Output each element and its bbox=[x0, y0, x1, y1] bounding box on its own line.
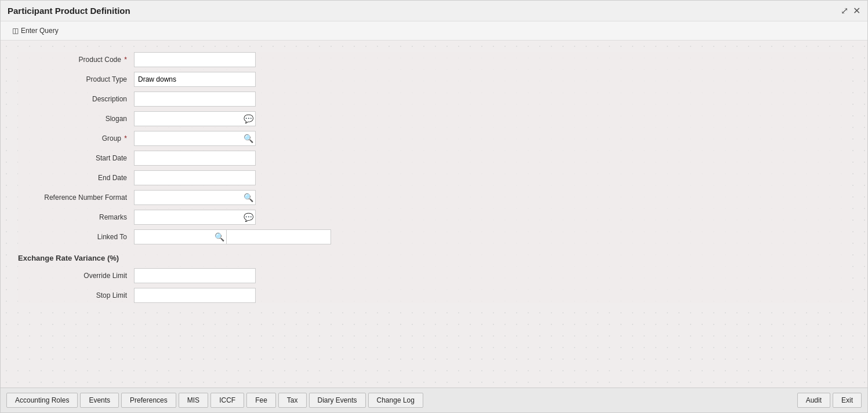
group-required: * bbox=[124, 134, 127, 142]
mis-button[interactable]: MIS bbox=[179, 393, 208, 408]
close-icon[interactable]: ✕ bbox=[853, 5, 860, 16]
preferences-button[interactable]: Preferences bbox=[121, 393, 176, 408]
start-date-input[interactable] bbox=[134, 151, 256, 166]
exchange-rate-section-title: Exchange Rate Variance (%) bbox=[18, 254, 850, 262]
linked-to-first-wrapper: 🔍 bbox=[134, 229, 227, 244]
remarks-row: Remarks 💬 bbox=[18, 210, 850, 225]
maximize-icon[interactable]: ⤢ bbox=[841, 5, 848, 16]
end-date-row: End Date bbox=[18, 170, 850, 185]
bottom-bar: Accounting Roles Events Preferences MIS … bbox=[1, 388, 867, 412]
product-code-required: * bbox=[124, 56, 127, 64]
reference-number-format-label: Reference Number Format bbox=[18, 193, 134, 202]
stop-limit-input[interactable] bbox=[134, 288, 256, 303]
override-limit-label: Override Limit bbox=[18, 272, 134, 280]
linked-to-inputs: 🔍 bbox=[134, 229, 331, 244]
iccf-button[interactable]: ICCF bbox=[210, 393, 244, 408]
change-log-button[interactable]: Change Log bbox=[368, 393, 423, 408]
start-date-label: Start Date bbox=[18, 154, 134, 162]
slogan-comment-icon[interactable]: 💬 bbox=[244, 114, 253, 123]
slogan-row: Slogan 💬 bbox=[18, 111, 850, 126]
enter-query-button[interactable]: ◫ Enter Query bbox=[8, 25, 63, 36]
toolbar: ◫ Enter Query bbox=[1, 21, 867, 41]
product-code-label: Product Code * bbox=[18, 56, 134, 64]
reference-number-format-wrapper: 🔍 bbox=[134, 190, 256, 205]
remarks-input[interactable] bbox=[134, 210, 256, 225]
diary-events-button[interactable]: Diary Events bbox=[309, 393, 366, 408]
override-limit-row: Override Limit bbox=[18, 268, 850, 283]
main-content: Product Code * Product Type Description … bbox=[1, 41, 867, 388]
remarks-field-wrapper: 💬 bbox=[134, 210, 256, 225]
stop-limit-row: Stop Limit bbox=[18, 288, 850, 303]
linked-to-search-icon[interactable]: 🔍 bbox=[215, 232, 224, 242]
remarks-label: Remarks bbox=[18, 213, 134, 221]
group-row: Group * 🔍 bbox=[18, 131, 850, 146]
end-date-input[interactable] bbox=[134, 170, 256, 185]
events-button[interactable]: Events bbox=[80, 393, 119, 408]
product-code-input[interactable] bbox=[134, 52, 256, 67]
reference-number-format-row: Reference Number Format 🔍 bbox=[18, 190, 850, 205]
description-input[interactable] bbox=[134, 92, 256, 107]
product-code-row: Product Code * bbox=[18, 52, 850, 67]
main-window: Participant Product Definition ⤢ ✕ ◫ Ent… bbox=[0, 0, 868, 413]
reference-number-search-icon[interactable]: 🔍 bbox=[244, 193, 253, 202]
linked-to-label: Linked To bbox=[18, 233, 134, 241]
slogan-field-wrapper: 💬 bbox=[134, 111, 256, 126]
enter-query-icon: ◫ bbox=[12, 27, 19, 35]
window-title: Participant Product Definition bbox=[8, 6, 130, 16]
product-type-row: Product Type bbox=[18, 72, 850, 87]
fee-button[interactable]: Fee bbox=[246, 393, 276, 408]
group-search-icon[interactable]: 🔍 bbox=[244, 134, 253, 143]
product-type-input[interactable] bbox=[134, 72, 256, 87]
description-label: Description bbox=[18, 95, 134, 103]
description-row: Description bbox=[18, 92, 850, 107]
bottom-buttons-left: Accounting Roles Events Preferences MIS … bbox=[6, 393, 423, 408]
bottom-buttons-right: Audit Exit bbox=[797, 393, 862, 408]
accounting-roles-button[interactable]: Accounting Roles bbox=[6, 393, 78, 408]
start-date-row: Start Date bbox=[18, 151, 850, 166]
group-field-wrapper: 🔍 bbox=[134, 131, 256, 146]
slogan-label: Slogan bbox=[18, 115, 134, 123]
title-bar: Participant Product Definition ⤢ ✕ bbox=[1, 1, 867, 21]
linked-to-first-input[interactable] bbox=[134, 229, 227, 244]
slogan-input[interactable] bbox=[134, 111, 256, 126]
linked-to-row: Linked To 🔍 bbox=[18, 229, 850, 244]
product-type-label: Product Type bbox=[18, 75, 134, 83]
enter-query-label: Enter Query bbox=[21, 27, 59, 35]
audit-button[interactable]: Audit bbox=[797, 393, 830, 408]
window-controls: ⤢ ✕ bbox=[841, 5, 860, 16]
stop-limit-label: Stop Limit bbox=[18, 291, 134, 299]
tax-button[interactable]: Tax bbox=[278, 393, 307, 408]
group-label: Group * bbox=[18, 134, 134, 142]
exit-button[interactable]: Exit bbox=[833, 393, 862, 408]
linked-to-second-input[interactable] bbox=[227, 229, 331, 244]
reference-number-format-input[interactable] bbox=[134, 190, 256, 205]
group-input[interactable] bbox=[134, 131, 256, 146]
end-date-label: End Date bbox=[18, 174, 134, 182]
form-area: Product Code * Product Type Description … bbox=[18, 52, 850, 303]
override-limit-input[interactable] bbox=[134, 268, 256, 283]
remarks-comment-icon[interactable]: 💬 bbox=[244, 213, 253, 222]
